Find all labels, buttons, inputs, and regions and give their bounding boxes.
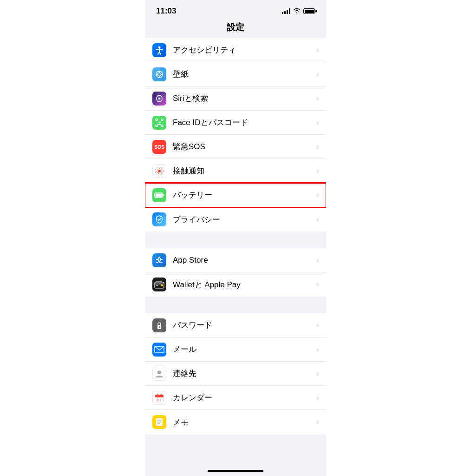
faceid-chevron: › [316, 119, 319, 127]
settings-group-3: パスワード › メール › [145, 313, 326, 434]
privacy-icon [152, 212, 166, 226]
phone-frame: 11:03 設定 [145, 0, 326, 476]
svg-rect-25 [163, 194, 164, 196]
svg-line-4 [159, 52, 161, 54]
passwords-icon [152, 318, 166, 332]
wallet-icon [152, 278, 166, 291]
contact-tracing-label: 接触通知 [173, 165, 316, 176]
settings-item-faceid[interactable]: Face IDとパスコード › [145, 111, 326, 135]
signal-bars-icon [282, 8, 290, 14]
faceid-label: Face IDとパスコード [173, 117, 316, 128]
svg-rect-30 [161, 284, 163, 286]
svg-rect-37 [155, 395, 164, 397]
settings-group-2: App Store › Walletと Apple Pay › [145, 248, 326, 297]
svg-rect-29 [156, 281, 162, 283]
settings-item-appstore[interactable]: App Store › [145, 248, 326, 272]
battery-label: バッテリー [173, 190, 316, 200]
appstore-icon [152, 253, 166, 267]
contact-tracing-icon [152, 164, 166, 178]
svg-point-35 [157, 370, 161, 374]
settings-item-contacts[interactable]: 連絡先 › [145, 362, 326, 386]
siri-icon [152, 92, 166, 106]
sos-icon: SOS [152, 140, 166, 154]
settings-item-passwords[interactable]: パスワード › [145, 313, 326, 337]
settings-item-calendar[interactable]: 31 カレンダー › [145, 386, 326, 410]
settings-item-mail[interactable]: メール › [145, 337, 326, 362]
settings-item-wallpaper[interactable]: 壁紙 › [145, 62, 326, 86]
settings-item-battery[interactable]: バッテリー › [145, 183, 326, 207]
contact-tracing-chevron: › [316, 167, 319, 175]
wallet-label: Walletと Apple Pay [173, 279, 316, 290]
siri-chevron: › [316, 94, 319, 103]
sos-chevron: › [316, 143, 319, 151]
accessibility-chevron: › [316, 46, 319, 54]
svg-rect-15 [161, 119, 163, 120]
calendar-chevron: › [316, 394, 319, 402]
settings-item-contact-tracing[interactable]: 接触通知 › [145, 159, 326, 183]
passwords-label: パスワード [173, 320, 316, 331]
group-gap-2 [145, 297, 326, 313]
privacy-chevron: › [316, 215, 319, 224]
contacts-chevron: › [316, 370, 319, 378]
contacts-label: 連絡先 [173, 368, 316, 379]
svg-text:31: 31 [157, 398, 161, 402]
privacy-label: プライバシー [173, 214, 316, 225]
svg-rect-26 [156, 193, 162, 197]
svg-point-19 [160, 122, 161, 123]
status-time: 11:03 [156, 7, 176, 16]
settings-item-sos[interactable]: SOS 緊急SOS › [145, 135, 326, 159]
settings-item-privacy[interactable]: プライバシー › [145, 207, 326, 231]
faceid-icon [152, 116, 166, 130]
calendar-label: カレンダー [173, 392, 316, 403]
svg-point-18 [158, 122, 159, 123]
settings-content: アクセシビリティ › 壁紙 › [145, 38, 326, 434]
settings-item-wallet[interactable]: Walletと Apple Pay › [145, 272, 326, 297]
home-indicator [208, 470, 263, 472]
group-gap-1 [145, 231, 326, 248]
battery-status-icon [303, 8, 315, 14]
svg-rect-14 [156, 119, 157, 120]
status-bar: 11:03 [145, 0, 326, 19]
wallpaper-label: 壁紙 [173, 69, 316, 79]
appstore-label: App Store [173, 256, 316, 265]
siri-label: Siriと検索 [173, 93, 316, 104]
accessibility-label: アクセシビリティ [173, 45, 316, 55]
status-icons [282, 7, 315, 15]
svg-point-33 [159, 326, 160, 328]
battery-chevron: › [316, 191, 319, 199]
page-title: 設定 [145, 19, 326, 38]
svg-point-21 [158, 170, 161, 172]
calendar-icon: 31 [152, 391, 166, 405]
wallet-chevron: › [316, 280, 319, 289]
settings-group-1: アクセシビリティ › 壁紙 › [145, 38, 326, 231]
svg-rect-17 [161, 125, 163, 126]
mail-label: メール [173, 344, 316, 355]
settings-item-siri[interactable]: Siriと検索 › [145, 86, 326, 111]
wallpaper-chevron: › [316, 70, 319, 79]
notes-chevron: › [316, 418, 319, 426]
mail-icon [152, 343, 166, 357]
notes-icon [152, 415, 166, 429]
contacts-icon [152, 367, 166, 381]
wifi-icon [293, 7, 301, 15]
wallpaper-icon [152, 67, 166, 81]
accessibility-icon [152, 43, 166, 57]
notes-label: メモ [173, 417, 316, 428]
battery-icon [152, 188, 166, 202]
settings-item-notes[interactable]: メモ › [145, 410, 326, 434]
svg-rect-16 [156, 125, 157, 126]
svg-point-6 [158, 73, 161, 76]
svg-rect-31 [156, 285, 158, 286]
mail-chevron: › [316, 345, 319, 354]
passwords-chevron: › [316, 321, 319, 330]
settings-item-accessibility[interactable]: アクセシビリティ › [145, 38, 326, 62]
sos-label: 緊急SOS [173, 141, 316, 152]
svg-point-13 [159, 98, 160, 99]
appstore-chevron: › [316, 256, 319, 264]
